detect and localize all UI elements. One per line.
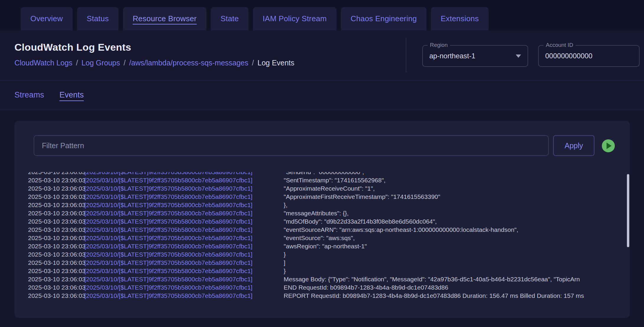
subtabs: Streams Events [0,80,644,110]
log-row: 2025-03-10 23:06:03 [2025/03/10/[$LATEST… [14,176,624,184]
log-timestamp: 2025-03-10 23:06:03 [14,217,84,226]
log-message: "eventSource": "aws:sqs", [284,234,624,242]
log-timestamp: 2025-03-10 23:06:03 [14,176,84,184]
log-message: END RequestId: b09894b7-1283-4b4a-8b9d-d… [284,283,624,292]
region-select[interactable]: Region ap-northeast-1 [422,45,528,67]
log-row: 2025-03-10 23:06:03 [2025/03/10/[$LATEST… [14,292,624,300]
log-message: Message Body: {"Type": "Notification", "… [284,275,624,283]
tab-iam-policy-stream-label: IAM Policy Stream [263,14,327,23]
log-row: 2025-03-10 23:06:03 [2025/03/10/[$LATEST… [14,184,624,193]
tab-overview[interactable]: Overview [21,7,73,30]
subtab-streams[interactable]: Streams [14,90,44,100]
tab-extensions[interactable]: Extensions [431,7,488,30]
log-message: "ApproximateReceiveCount": "1", [284,184,624,193]
log-stream-link[interactable]: [2025/03/10/[$LATEST]9f2ff35705b5800cb7e… [84,283,284,292]
page-header: CloudWatch Log Events CloudWatch Logs / … [0,30,644,80]
log-timestamp: 2025-03-10 23:06:03 [14,172,84,176]
header-divider [406,38,406,72]
log-timestamp: 2025-03-10 23:06:03 [14,226,84,234]
log-scrollbar[interactable] [627,174,629,247]
log-row: 2025-03-10 23:06:03 [2025/03/10/[$LATEST… [14,201,624,209]
tab-status[interactable]: Status [77,7,119,30]
log-stream-link[interactable]: [2025/03/10/[$LATEST]9f2ff35705b5800cb7e… [84,201,284,209]
breadcrumb: CloudWatch Logs / Log Groups / /aws/lamb… [14,59,294,67]
log-stream-link[interactable]: [2025/03/10/[$LATEST]9f2ff35705b5800cb7e… [84,292,284,300]
breadcrumb-log-groups[interactable]: Log Groups [81,59,120,67]
log-message: "ApproximateFirstReceiveTimestamp": "174… [284,193,624,201]
tab-resource-browser[interactable]: Resource Browser [123,7,206,30]
log-stream-link[interactable]: [2025/03/10/[$LATEST]9f2ff35705b5800cb7e… [84,275,284,283]
log-stream-link[interactable]: [2025/03/10/[$LATEST]9f2ff35705b5800cb7e… [84,242,284,250]
log-timestamp: 2025-03-10 23:06:03 [14,234,84,242]
log-row: 2025-03-10 23:06:03 [2025/03/10/[$LATEST… [14,250,624,259]
account-id-value: 000000000000 [545,52,592,60]
log-message: "awsRegion": "ap-northeast-1" [284,242,624,250]
log-stream-link[interactable]: [2025/03/10/[$LATEST]9f2ff35705b5800cb7e… [84,259,284,267]
account-id-field[interactable]: Account ID 000000000000 [538,45,640,67]
log-timestamp: 2025-03-10 23:06:03 [14,184,84,193]
log-timestamp: 2025-03-10 23:06:03 [14,193,84,201]
log-row: 2025-03-10 23:06:03 [2025/03/10/[$LATEST… [14,209,624,217]
log-stream-link[interactable]: [2025/03/10/[$LATEST]9f2ff35705b5800cb7e… [84,172,284,176]
log-stream-link[interactable]: [2025/03/10/[$LATEST]9f2ff35705b5800cb7e… [84,226,284,234]
log-message: "eventSourceARN": "arn:aws:sqs:ap-northe… [284,226,624,234]
log-row: 2025-03-10 23:06:03 [2025/03/10/[$LATEST… [14,275,624,283]
log-message: } [284,267,624,275]
log-row: 2025-03-10 23:06:03 [2025/03/10/[$LATEST… [14,172,624,176]
log-stream-link[interactable]: [2025/03/10/[$LATEST]9f2ff35705b5800cb7e… [84,267,284,275]
log-timestamp: 2025-03-10 23:06:03 [14,283,84,292]
breadcrumb-cloudwatch-logs[interactable]: CloudWatch Logs [14,59,72,67]
log-stream-link[interactable]: [2025/03/10/[$LATEST]9f2ff35705b5800cb7e… [84,209,284,217]
log-row: 2025-03-10 23:06:03 [2025/03/10/[$LATEST… [14,283,624,292]
log-stream-link[interactable]: [2025/03/10/[$LATEST]9f2ff35705b5800cb7e… [84,193,284,201]
log-message: "md5OfBody": "d9b22d33a2f14b3f08eb8e6d56… [284,217,624,226]
log-stream-link[interactable]: [2025/03/10/[$LATEST]9f2ff35705b5800cb7e… [84,217,284,226]
log-row: 2025-03-10 23:06:03 [2025/03/10/[$LATEST… [14,267,624,275]
account-id-label: Account ID [543,42,576,48]
log-timestamp: 2025-03-10 23:06:03 [14,292,84,300]
log-row: 2025-03-10 23:06:03 [2025/03/10/[$LATEST… [14,193,624,201]
tab-chaos-engineering[interactable]: Chaos Engineering [341,7,427,30]
filter-pattern-input[interactable] [34,135,549,156]
log-message: "SentTimestamp": "1741615562968", [284,176,624,184]
tab-iam-policy-stream[interactable]: IAM Policy Stream [253,7,336,30]
log-message: "messageAttributes": {}, [284,209,624,217]
log-message: "SenderId": "000000000000", [284,172,624,176]
log-message: }, [284,201,624,209]
tab-state[interactable]: State [211,7,249,30]
region-select-label: Region [428,42,450,48]
log-row: 2025-03-10 23:06:03 [2025/03/10/[$LATEST… [14,234,624,242]
log-timestamp: 2025-03-10 23:06:03 [14,201,84,209]
breadcrumb-current: Log Events [257,59,294,67]
apply-button[interactable]: Apply [553,135,594,156]
page-title: CloudWatch Log Events [14,42,131,53]
breadcrumb-separator: / [252,59,254,67]
tab-extensions-label: Extensions [441,14,479,23]
tab-overview-label: Overview [30,14,63,23]
log-stream-link[interactable]: [2025/03/10/[$LATEST]9f2ff35705b5800cb7e… [84,250,284,259]
tab-resource-browser-label: Resource Browser [133,14,197,23]
log-message: ] [284,259,624,267]
log-stream-link[interactable]: [2025/03/10/[$LATEST]9f2ff35705b5800cb7e… [84,176,284,184]
log-stream-link[interactable]: [2025/03/10/[$LATEST]9f2ff35705b5800cb7e… [84,234,284,242]
log-events-card: Apply 2025-03-10 23:06:03 [2025/03/10/[$… [14,121,630,318]
log-row: 2025-03-10 23:06:03 [2025/03/10/[$LATEST… [14,242,624,250]
log-row: 2025-03-10 23:06:03 [2025/03/10/[$LATEST… [14,217,624,226]
log-timestamp: 2025-03-10 23:06:03 [14,242,84,250]
breadcrumb-separator: / [124,59,126,67]
tab-chaos-engineering-label: Chaos Engineering [351,14,417,23]
chevron-down-icon [516,54,521,58]
breadcrumb-separator: / [76,59,78,67]
top-navbar: Overview Status Resource Browser State I… [0,0,644,30]
tab-status-label: Status [87,14,109,23]
subtab-events[interactable]: Events [60,90,84,100]
log-message: REPORT RequestId: b09894b7-1283-4b4a-8b9… [284,292,624,300]
log-timestamp: 2025-03-10 23:06:03 [14,267,84,275]
play-icon [607,143,612,149]
log-events-list[interactable]: 2025-03-10 23:06:03 [2025/03/10/[$LATEST… [14,172,624,300]
log-row: 2025-03-10 23:06:03 [2025/03/10/[$LATEST… [14,259,624,267]
content-area: Apply 2025-03-10 23:06:03 [2025/03/10/[$… [0,110,644,327]
log-stream-link[interactable]: [2025/03/10/[$LATEST]9f2ff35705b5800cb7e… [84,184,284,193]
play-button[interactable] [602,139,615,152]
breadcrumb-log-group-name[interactable]: /aws/lambda/process-sqs-messages [129,59,248,67]
